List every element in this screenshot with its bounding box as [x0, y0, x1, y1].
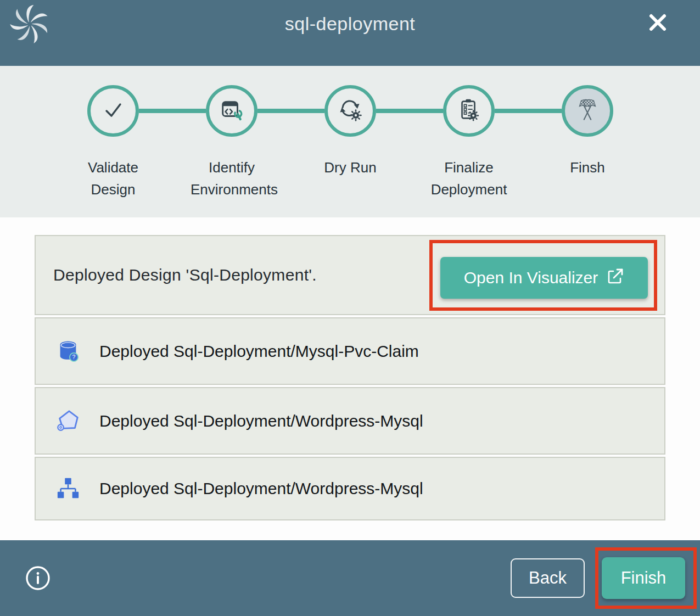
finish-button[interactable]: Finish: [602, 557, 685, 599]
dialog-footer: Back Finish: [0, 540, 700, 616]
hierarchy-icon: [55, 476, 81, 501]
deployed-resource-text: Deployed Sql-Deployment/Mysql-Pvc-Claim: [99, 342, 419, 361]
step-label-validate-design: Validate Design: [72, 156, 154, 200]
back-button[interactable]: Back: [511, 558, 585, 598]
stepper-connector: [139, 109, 206, 113]
deployed-resource-row: Deployed Sql-Deployment/Wordpress-Mysql: [35, 457, 665, 520]
check-icon: [100, 97, 126, 125]
deployed-resource-row: Deployed Sql-Deployment/Wordpress-Mysql: [35, 387, 665, 455]
database-icon: ?: [55, 339, 81, 364]
stepper-connector: [495, 109, 562, 113]
deployed-resource-text: Deployed Sql-Deployment/Wordpress-Mysql: [99, 412, 423, 430]
external-link-icon: [607, 267, 624, 289]
open-in-visualizer-button[interactable]: Open In Visualizer: [440, 257, 648, 299]
step-label-identify-environments: Identify Environments: [191, 156, 273, 200]
pentagon-icon: [55, 408, 81, 434]
svg-text:?: ?: [72, 354, 76, 360]
checklist-gear-icon: [456, 97, 481, 125]
stepper-connector: [257, 109, 324, 113]
step-finish[interactable]: [562, 85, 613, 137]
step-label-dry-run: Dry Run: [309, 156, 391, 178]
dry-run-sync-gear-icon: [337, 97, 363, 125]
step-label-finish: Finsh: [546, 156, 629, 178]
deployed-resource-row: ? Deployed Sql-Deployment/Mysql-Pvc-Clai…: [35, 317, 665, 385]
close-icon[interactable]: [643, 9, 672, 37]
deployed-resource-text: Deployed Sql-Deployment/Wordpress-Mysql: [99, 479, 423, 498]
finish-flags-icon: [574, 96, 601, 126]
deployed-design-text: Deployed Design 'Sql-Deployment'.: [53, 266, 317, 284]
step-finalize-deployment[interactable]: [443, 85, 495, 137]
deployed-design-row: Deployed Design 'Sql-Deployment'. Open I…: [35, 235, 665, 315]
code-config-icon: [219, 97, 244, 125]
open-in-visualizer-label: Open In Visualizer: [464, 268, 598, 287]
step-label-finalize-deployment: Finalize Deployment: [428, 156, 510, 200]
deployment-stepper: Validate Design Identify Environments: [0, 66, 700, 217]
stepper-connector: [376, 109, 443, 113]
dialog-header: sql-deployment: [0, 0, 700, 66]
step-dry-run[interactable]: [324, 85, 376, 137]
deployment-dialog: sql-deployment Validate Design: [0, 0, 700, 616]
step-identify-environments[interactable]: [206, 85, 257, 137]
dialog-title: sql-deployment: [0, 13, 700, 35]
info-icon[interactable]: [25, 565, 51, 591]
step-validate-design[interactable]: [87, 85, 139, 137]
